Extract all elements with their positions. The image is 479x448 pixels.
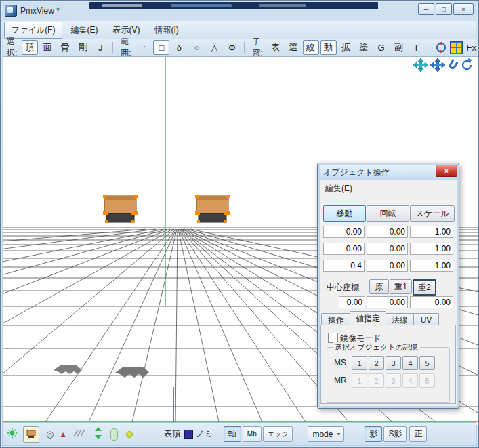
ground-shape-1[interactable] — [54, 365, 82, 374]
subwindow-filter-button[interactable]: 絞 — [303, 40, 319, 55]
view-pan-icon[interactable] — [413, 58, 428, 72]
model-box-1[interactable] — [103, 195, 138, 223]
ms-slot-5-button[interactable]: 5 — [419, 356, 435, 370]
subwindow-label: 子窓: — [252, 36, 264, 59]
select-bone-button[interactable]: 骨 — [57, 40, 73, 55]
menu-bar: ファイル(F) 編集(E) 表示(V) 情報(I) — [3, 21, 476, 39]
select-label: 選択: — [7, 36, 19, 59]
scale-mode-button[interactable]: スケール — [410, 205, 455, 222]
dialog-close-button[interactable]: × — [436, 165, 457, 177]
range-delta-button[interactable]: δ — [171, 40, 187, 55]
app-icon — [5, 5, 17, 17]
red-triangle-icon[interactable]: ▲ — [59, 430, 67, 439]
center-field-z[interactable] — [410, 296, 453, 308]
subwindow-sub-button[interactable]: 副 — [391, 40, 407, 55]
light-icon[interactable] — [7, 428, 18, 441]
matrix-field-x2[interactable] — [323, 243, 365, 255]
chevron-down-icon: ▼ — [336, 432, 341, 436]
mr-label: MR — [334, 375, 347, 385]
ms-slot-2-button[interactable]: 2 — [369, 356, 384, 370]
range-circle-button[interactable]: ○ — [188, 40, 205, 55]
mr-slot-2-button[interactable]: 2 — [369, 373, 384, 388]
matrix-field-z2[interactable] — [410, 243, 453, 255]
matrix-field-x3[interactable] — [323, 260, 365, 272]
normal-toggle-button[interactable]: 正 — [409, 426, 427, 442]
close-button[interactable]: × — [453, 3, 474, 15]
view-move-icon[interactable] — [430, 58, 445, 72]
material-box-button[interactable] — [23, 426, 39, 443]
ms-slot-3-button[interactable]: 3 — [386, 356, 401, 370]
dialog-menu-edit[interactable]: 編集(E) — [325, 183, 352, 195]
select-joint-button[interactable]: J — [92, 40, 108, 55]
move-mode-button[interactable]: 移動 — [323, 205, 366, 222]
fx-button[interactable]: Fx — [467, 43, 476, 53]
range-label: 範囲: — [121, 36, 133, 59]
selection-memory-label: 選択オブジェクトの記憶 — [333, 342, 420, 352]
matrix-field-y1[interactable] — [367, 226, 408, 238]
self-shadow-toggle-button[interactable]: S影 — [383, 426, 407, 442]
matrix-field-y3[interactable] — [367, 260, 408, 272]
center-crosshair-icon[interactable] — [435, 41, 447, 54]
toolbar: 選択: 頂 面 骨 剛 J 範囲: ・ □ δ ○ △ Φ 子窓: 表 選 絞 … — [3, 39, 476, 56]
subwindow-paint-button[interactable]: 塗 — [356, 40, 372, 55]
subwindow-motion-button[interactable]: 動 — [320, 40, 337, 55]
select-rigid-button[interactable]: 剛 — [75, 40, 91, 55]
capsule-icon[interactable] — [110, 428, 118, 441]
select-vertex-button[interactable]: 頂 — [22, 40, 38, 55]
titlebar[interactable]: PmxView * ─ □ × — [3, 2, 476, 20]
shadow-toggle-button[interactable]: 影 — [365, 426, 382, 442]
tab-value-input[interactable]: 値指定 — [350, 311, 386, 326]
center-coord-label: 中心座標 — [327, 282, 359, 293]
center-gravity1-button[interactable]: 重1 — [390, 279, 412, 294]
mr-slot-1-button[interactable]: 1 — [352, 373, 367, 388]
matrix-field-z1[interactable] — [410, 226, 453, 238]
double-circle-icon[interactable]: ◎ — [46, 429, 54, 439]
tab-page-value-input: 鏡像モード 選択オブジェクトの記憶 MS 1 2 3 4 5 MR 1 2 3 … — [320, 325, 456, 404]
center-origin-button[interactable]: 原 — [369, 279, 389, 294]
matrix-field-y2[interactable] — [367, 243, 408, 255]
subwindow-t-button[interactable]: T — [409, 40, 425, 55]
axis-toggle-button[interactable]: 軸 — [224, 426, 241, 442]
select-face-button[interactable]: 面 — [39, 40, 56, 55]
subwindow-select-button[interactable]: 選 — [285, 40, 301, 55]
center-field-x[interactable] — [339, 296, 365, 308]
edge-toggle-button[interactable]: エッジ — [263, 426, 293, 442]
range-dot-button[interactable]: ・ — [136, 40, 152, 55]
center-field-y[interactable] — [367, 296, 408, 308]
dot-icon[interactable] — [126, 431, 133, 438]
range-phi-button[interactable]: Φ — [224, 40, 240, 55]
mb-toggle-button[interactable]: Mb — [243, 426, 262, 442]
range-triangle-button[interactable]: △ — [206, 40, 222, 55]
minimize-button[interactable]: ─ — [418, 3, 434, 15]
mode-dropdown[interactable]: mode ▼ — [308, 426, 344, 442]
menu-edit[interactable]: 編集(E) — [64, 22, 104, 38]
mr-slot-3-button[interactable]: 3 — [386, 373, 401, 388]
view-rotate-icon[interactable] — [460, 58, 474, 72]
hatch-icon[interactable] — [72, 428, 85, 441]
matrix-field-x1[interactable] — [323, 226, 365, 238]
mirror-mode-checkbox[interactable] — [328, 333, 338, 343]
object-operation-dialog: オブジェクト操作 × 編集(E) 移動 回転 スケール 中心座標 原 重1 重2 — [317, 163, 459, 409]
center-gravity2-button[interactable]: 重2 — [413, 279, 436, 296]
menu-info[interactable]: 情報(I) — [148, 22, 185, 38]
range-box-button[interactable]: □ — [153, 40, 169, 55]
ms-slot-1-button[interactable]: 1 — [352, 356, 367, 370]
subwindow-expand-button[interactable]: 拡 — [338, 40, 354, 55]
mr-slot-5-button[interactable]: 5 — [419, 373, 435, 388]
matrix-field-z3[interactable] — [410, 260, 453, 272]
updown-arrows-icon[interactable] — [94, 427, 102, 442]
subwindow-display-button[interactable]: 表 — [268, 40, 284, 55]
maximize-button[interactable]: □ — [436, 3, 452, 15]
vertex-display-label[interactable]: 表頂 — [164, 428, 180, 440]
nomi-label[interactable]: ノミ — [196, 428, 213, 440]
vertex-color-swatch[interactable] — [184, 430, 193, 439]
status-bar: ◎ ▲ 表頂 ノミ 軸 Mb エッジ mode ▼ 影 S影 — [3, 422, 476, 445]
ground-shape-2[interactable] — [115, 367, 149, 378]
quad-view-icon[interactable] — [450, 41, 463, 54]
mr-slot-4-button[interactable]: 4 — [402, 373, 418, 388]
rotate-mode-button[interactable]: 回転 — [367, 205, 409, 222]
model-box-2[interactable] — [195, 195, 230, 223]
ms-slot-4-button[interactable]: 4 — [402, 356, 418, 370]
view-zoom-icon[interactable] — [447, 58, 458, 72]
subwindow-g-button[interactable]: G — [373, 40, 390, 55]
